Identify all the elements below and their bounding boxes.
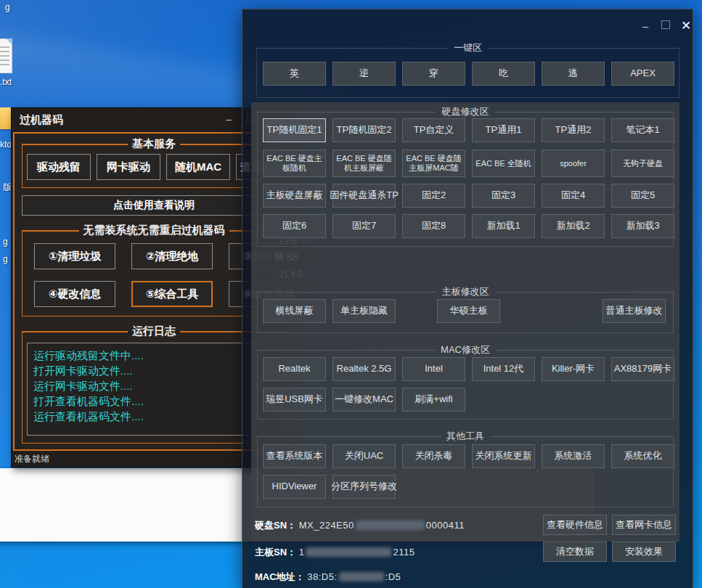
group-onekey-title: 一键区 [448, 41, 488, 54]
disk-button-r4-0[interactable]: 固定6 [263, 214, 326, 238]
basic-button-2[interactable]: 随机MAC [166, 154, 230, 180]
onekey-button-2[interactable]: 穿 [402, 62, 465, 86]
text-file-icon[interactable] [0, 38, 12, 73]
mac-button-r2-0[interactable]: 瑞昱USB网卡 [263, 388, 326, 412]
onekey-button-5[interactable]: APEX [611, 62, 674, 86]
log-line-2: 运行网卡驱动文件.... [33, 378, 274, 393]
onekey-button-0[interactable]: 英 [263, 62, 326, 86]
basic-button-1[interactable]: 网卡驱动 [97, 154, 160, 180]
footer-info-area: 硬盘SN： MX_224E500000411 主板SN： 12115 MAC地址… [242, 509, 693, 588]
disk-button-r2-0[interactable]: EAC BE 硬盘主板随机 [263, 150, 326, 177]
tools-button-r1-1[interactable]: 关闭UAC [332, 444, 396, 468]
group-other-tools: 其他工具 查看系统版本关闭UAC关闭杀毒关闭系统更新系统激活系统优化 HIDVi… [257, 436, 674, 507]
disk-button-r3-2[interactable]: 固定2 [402, 184, 465, 208]
disk-button-r2-3[interactable]: EAC BE 全随机 [472, 150, 535, 177]
footer-button-2[interactable]: 清空数据 [543, 542, 607, 562]
right-maximize-button[interactable] [657, 18, 674, 34]
footer-button-1[interactable]: 查看网卡信息 [612, 515, 676, 535]
mac-button-r1-3[interactable]: Intel 12代 [472, 357, 535, 381]
disk-button-r1-5[interactable]: 笔记本1 [611, 118, 674, 142]
group-basic-services-title: 基本服务 [128, 137, 180, 151]
tools-button-r2-0[interactable]: HIDViewer [263, 475, 326, 499]
noreboot-button-1[interactable]: ②清理绝地 [131, 243, 213, 269]
right-minimize-button[interactable]: – [637, 18, 654, 34]
right-close-button[interactable]: ✕ [677, 18, 695, 34]
footer-button-0[interactable]: 查看硬件信息 [543, 515, 607, 535]
disk-button-r1-1[interactable]: TP随机固定2 [332, 118, 396, 142]
onekey-button-1[interactable]: 逆 [332, 62, 396, 86]
noreboot-button-3[interactable]: ④硬改信息 [34, 281, 115, 307]
tools-button-r2-1[interactable]: 分区序列号修改 [332, 475, 396, 499]
mac-button-r1-2[interactable]: Intel [402, 357, 465, 381]
disk-button-r3-4[interactable]: 固定4 [542, 184, 605, 208]
disk-button-r3-3[interactable]: 固定3 [472, 184, 535, 208]
disk-button-r2-1[interactable]: EAC BE 硬盘随机主板屏蔽 [332, 150, 396, 177]
noreboot-button-0[interactable]: ①清理垃圾 [34, 243, 115, 269]
disk-button-r2-5[interactable]: 无钩子硬盘 [611, 150, 674, 177]
board-button-2[interactable]: 华硕主板 [437, 299, 500, 323]
onekey-button-4[interactable]: 逃 [542, 62, 605, 86]
mac-button-r1-0[interactable]: Realtek [263, 357, 326, 381]
desktop-icon-label-top[interactable]: g [5, 2, 10, 12]
left-minimize-button[interactable]: – [221, 113, 237, 127]
group-disk-zone: 硬盘修改区 TP随机固定1TP随机固定2TP自定义TP通用1TP通用2笔记本1 … [257, 111, 674, 247]
desktop-icon-label-g2[interactable]: g [3, 254, 8, 264]
disk-button-r4-3[interactable]: 新加载1 [472, 214, 535, 238]
board-buttons: 横线屏蔽单主板隐藏华硕主板普通主板修改 [263, 299, 673, 323]
disk-button-r1-4[interactable]: TP通用2 [542, 118, 605, 142]
mac-button-r1-1[interactable]: Realtek 2.5G [332, 357, 396, 381]
board-sn-value-suffix: 2115 [393, 547, 415, 558]
tools-button-r1-5[interactable]: 系统优化 [611, 444, 674, 468]
disk-button-r3-1[interactable]: 固件硬盘通杀TP [332, 184, 396, 208]
censored-blur [339, 572, 384, 581]
folder-icon[interactable] [0, 107, 12, 129]
group-mac-title: MAC修改区 [435, 343, 496, 356]
disk-button-r3-0[interactable]: 主板硬盘屏蔽 [263, 184, 326, 208]
footer-button-3[interactable]: 安装效果 [612, 542, 676, 562]
disk-button-r4-1[interactable]: 固定7 [332, 214, 396, 238]
disk-button-r2-4[interactable]: spoofer [542, 150, 605, 177]
disk-button-r1-2[interactable]: TP自定义 [402, 118, 465, 142]
disk-sn-value-suffix: 0000411 [426, 520, 465, 531]
mac-button-r1-4[interactable]: Killer-网卡 [542, 357, 605, 381]
group-onekey-zone: 一键区 英逆穿吃逃APEX [256, 47, 679, 98]
group-other-tools-title: 其他工具 [441, 430, 490, 443]
mac-address-value-suffix: :D5 [385, 571, 401, 582]
disk-button-r4-2[interactable]: 固定8 [402, 214, 465, 238]
mac-row2: 瑞昱USB网卡一键修改MAC刷满+wifi [263, 388, 673, 412]
censored-blur [306, 547, 391, 557]
board-button-0[interactable]: 横线屏蔽 [263, 299, 326, 323]
desktop-icon-label-g1[interactable]: g [3, 237, 8, 247]
board-button-3[interactable]: 普通主板修改 [603, 299, 666, 323]
mac-button-r2-1[interactable]: 一键修改MAC [332, 388, 396, 412]
mac-button-r1-5[interactable]: AX88179网卡 [611, 357, 674, 381]
noreboot-button-4[interactable]: ⑤综合工具 [131, 281, 213, 307]
board-button-1[interactable]: 单主板隐藏 [332, 299, 396, 323]
mac-address-value-prefix: 38:D5: [307, 571, 337, 582]
tools-button-r1-0[interactable]: 查看系统版本 [263, 444, 326, 468]
group-disk-title: 硬盘修改区 [436, 105, 495, 118]
disk-button-r1-0[interactable]: TP随机固定1 [263, 118, 326, 142]
disk-button-r3-5[interactable]: 固定5 [611, 184, 674, 208]
tools-button-r1-2[interactable]: 关闭杀毒 [402, 444, 465, 468]
left-window-title: 过机器码 [20, 113, 63, 127]
disk-button-r4-5[interactable]: 新加载3 [611, 214, 674, 238]
tools-button-r1-3[interactable]: 关闭系统更新 [472, 444, 535, 468]
log-line-1: 打开网卡驱动文件.... [33, 363, 274, 378]
disk-row3: 主板硬盘屏蔽固件硬盘通杀TP固定2固定3固定4固定5 [263, 184, 673, 208]
disk-row4: 固定6固定7固定8新加载1新加载2新加载3 [263, 214, 673, 238]
mac-address-label: MAC地址： [255, 571, 305, 582]
desktop-icon-label-txt[interactable]: .txt [0, 77, 12, 87]
footer-buttons: 查看硬件信息查看网卡信息清空数据安装效果 [543, 515, 676, 562]
onekey-button-3[interactable]: 吃 [472, 62, 535, 86]
disk-button-r4-4[interactable]: 新加载2 [542, 214, 605, 238]
mac-button-r2-2[interactable]: 刷满+wifi [402, 388, 465, 412]
basic-button-0[interactable]: 驱动残留 [27, 154, 91, 180]
mac-row1: RealtekRealtek 2.5GIntelIntel 12代Killer-… [263, 357, 673, 381]
disk-button-r2-2[interactable]: EAC BE 硬盘随主板屏MAC随 [402, 150, 465, 177]
mac-address-row: MAC地址： 38:D5::D5 [255, 571, 401, 584]
ghost-kb-2: 21 KB [279, 269, 303, 279]
disk-button-r1-3[interactable]: TP通用1 [472, 118, 535, 142]
tools-button-r1-4[interactable]: 系统激活 [542, 444, 605, 468]
desktop-icon-label-folder[interactable]: kto [0, 139, 12, 150]
